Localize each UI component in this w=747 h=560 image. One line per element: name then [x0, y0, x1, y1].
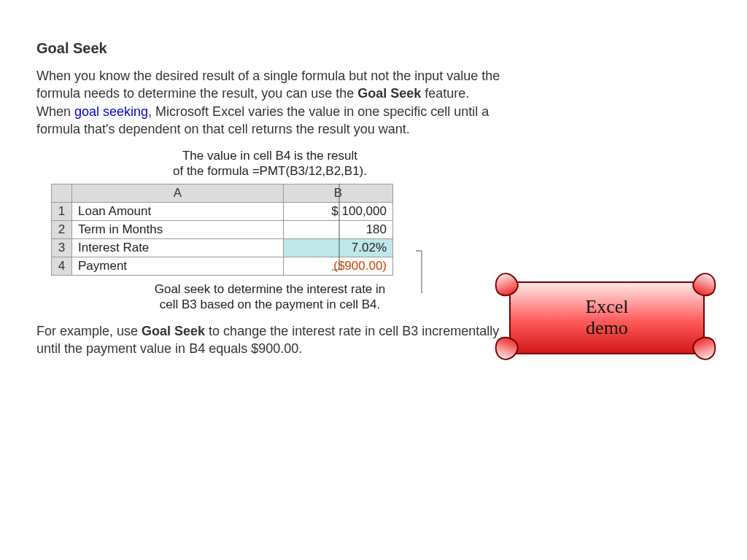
cell-b2: 180 [284, 220, 393, 238]
intro-paragraph: When you know the desired result of a si… [36, 67, 503, 138]
bold-goal-seek: Goal Seek [357, 86, 421, 101]
banner-line2: demo [586, 318, 628, 339]
table-row: 2 Term in Months 180 [52, 220, 393, 238]
corner-cell [52, 184, 72, 202]
col-header-b: B [284, 184, 393, 202]
example-paragraph: For example, use Goal Seek to change the… [36, 322, 503, 358]
header-row: A B [52, 184, 393, 202]
page: Goal Seek When you know the desired resu… [0, 0, 747, 560]
text: For example, use [36, 324, 142, 338]
cell-a4: Payment [72, 257, 284, 275]
banner-line1: Excel [585, 297, 628, 318]
callout-top-line2: of the formula =PMT(B3/12,B2,B1). [36, 163, 503, 179]
row-header: 1 [52, 202, 72, 220]
bold-goal-seek-2: Goal Seek [142, 324, 205, 338]
cell-b3: 7.02% [284, 238, 393, 257]
row-header: 2 [52, 220, 72, 238]
table-row: 1 Loan Amount $ 100,000 [52, 202, 393, 220]
cell-a1: Loan Amount [72, 202, 284, 220]
callout-top-line1: The value in cell B4 is the result [36, 148, 503, 163]
spreadsheet-wrap: A B 1 Loan Amount $ 100,000 2 Term in Mo… [51, 184, 438, 276]
callout-bottom: Goal seek to determine the interest rate… [36, 281, 503, 313]
cell-a3: Interest Rate [72, 238, 284, 257]
cell-b4: ($900.00) [284, 257, 393, 275]
excel-demo-banner[interactable]: Excel demo [496, 277, 715, 356]
table-row: 4 Payment ($900.00) [52, 257, 393, 275]
page-title: Goal Seek [36, 40, 503, 57]
row-header: 3 [52, 238, 72, 257]
callout-bottom-line1: Goal seek to determine the interest rate… [36, 281, 503, 297]
row-header: 4 [52, 257, 72, 275]
banner-panel: Excel demo [509, 281, 705, 354]
callout-top: The value in cell B4 is the result of th… [36, 148, 503, 179]
article-content: Goal Seek When you know the desired resu… [36, 40, 503, 368]
cell-a2: Term in Months [72, 220, 284, 238]
col-header-a: A [72, 184, 284, 202]
table-row: 3 Interest Rate 7.02% [52, 238, 393, 257]
link-goal-seeking[interactable]: goal seeking [74, 104, 148, 119]
spreadsheet: A B 1 Loan Amount $ 100,000 2 Term in Mo… [51, 184, 393, 276]
callout-bottom-line2: cell B3 based on the payment in cell B4. [36, 297, 503, 312]
cell-b1: $ 100,000 [284, 202, 393, 220]
